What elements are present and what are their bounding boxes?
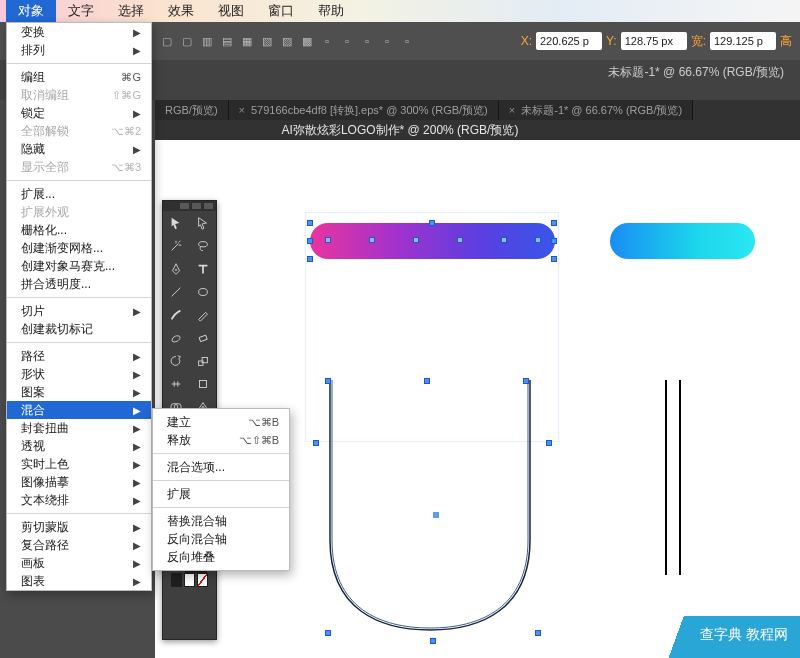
selection-handle[interactable]: [325, 630, 331, 636]
selection-handle[interactable]: [429, 220, 435, 226]
selection-handle[interactable]: [551, 220, 557, 226]
submenu-item-make[interactable]: 建立⌥⌘B: [153, 413, 289, 431]
menu-item-live-paint[interactable]: 实时上色▶: [7, 455, 151, 473]
align-icon[interactable]: ▢: [160, 34, 174, 48]
menu-object[interactable]: 对象: [6, 0, 56, 22]
document-tab[interactable]: ×579166cbe4df8 [转换].eps* @ 300% (RGB/预览): [229, 100, 499, 120]
direct-selection-tool-icon[interactable]: [190, 211, 217, 234]
menu-item-flatten[interactable]: 拼合透明度...: [7, 275, 151, 293]
align-icon[interactable]: ▥: [200, 34, 214, 48]
menu-item-hide[interactable]: 隐藏▶: [7, 140, 151, 158]
y-value[interactable]: 128.75 px: [621, 32, 687, 50]
eraser-tool-icon[interactable]: [190, 326, 217, 349]
align-icon[interactable]: ▤: [220, 34, 234, 48]
lasso-tool-icon[interactable]: [190, 234, 217, 257]
align-icon[interactable]: ▫: [320, 34, 334, 48]
menu-item-text-wrap[interactable]: 文本绕排▶: [7, 491, 151, 509]
pencil-tool-icon[interactable]: [190, 303, 217, 326]
close-icon[interactable]: ×: [239, 104, 245, 116]
canvas[interactable]: jiaocheng.chezidian.com: [155, 140, 800, 658]
submenu-item-release[interactable]: 释放⌥⇧⌘B: [153, 431, 289, 449]
menu-item-transform[interactable]: 变换▶: [7, 23, 151, 41]
menu-item-perspective[interactable]: 透视▶: [7, 437, 151, 455]
submenu-item-options[interactable]: 混合选项...: [153, 458, 289, 476]
menu-item-group[interactable]: 编组⌘G: [7, 68, 151, 86]
menu-select[interactable]: 选择: [106, 0, 156, 22]
anchor-point[interactable]: [535, 237, 541, 243]
artwork-path[interactable]: [320, 380, 540, 640]
menu-item-envelope[interactable]: 封套扭曲▶: [7, 419, 151, 437]
menu-item-crop-marks[interactable]: 创建裁切标记: [7, 320, 151, 338]
scale-tool-icon[interactable]: [190, 349, 217, 372]
menu-item-blend[interactable]: 混合▶: [7, 401, 151, 419]
magic-wand-tool-icon[interactable]: [163, 234, 190, 257]
selection-handle[interactable]: [523, 378, 529, 384]
selection-handle[interactable]: [313, 440, 319, 446]
menu-type[interactable]: 文字: [56, 0, 106, 22]
none-swatch[interactable]: [197, 573, 208, 587]
width-tool-icon[interactable]: [163, 372, 190, 395]
menu-item-shape[interactable]: 形状▶: [7, 365, 151, 383]
align-icon[interactable]: ▧: [260, 34, 274, 48]
selection-handle[interactable]: [325, 378, 331, 384]
align-icon[interactable]: ▨: [280, 34, 294, 48]
align-icon[interactable]: ▫: [380, 34, 394, 48]
submenu-item-replace-spine[interactable]: 替换混合轴: [153, 512, 289, 530]
selection-handle[interactable]: [307, 238, 313, 244]
menu-help[interactable]: 帮助: [306, 0, 356, 22]
selection-handle[interactable]: [546, 440, 552, 446]
center-point[interactable]: [433, 512, 439, 518]
menu-item-image-trace[interactable]: 图像描摹▶: [7, 473, 151, 491]
align-icon[interactable]: ▫: [360, 34, 374, 48]
menu-item-arrange[interactable]: 排列▶: [7, 41, 151, 59]
selection-tool-icon[interactable]: [163, 211, 190, 234]
menu-item-artboards[interactable]: 画板▶: [7, 554, 151, 572]
menu-item-slice[interactable]: 切片▶: [7, 302, 151, 320]
anchor-point[interactable]: [369, 237, 375, 243]
color-swatch[interactable]: [171, 573, 182, 587]
document-tab[interactable]: ×未标题-1* @ 66.67% (RGB/预览): [499, 100, 693, 120]
anchor-point[interactable]: [457, 237, 463, 243]
menu-item-expand[interactable]: 扩展...: [7, 185, 151, 203]
submenu-item-reverse-stack[interactable]: 反向堆叠: [153, 548, 289, 566]
selection-handle[interactable]: [424, 378, 430, 384]
align-icon[interactable]: ▢: [180, 34, 194, 48]
menu-item-lock[interactable]: 锁定▶: [7, 104, 151, 122]
selection-handle[interactable]: [307, 220, 313, 226]
menu-item-clipping-mask[interactable]: 剪切蒙版▶: [7, 518, 151, 536]
menu-item-path[interactable]: 路径▶: [7, 347, 151, 365]
artwork-object[interactable]: [610, 223, 755, 259]
menu-item-compound-path[interactable]: 复合路径▶: [7, 536, 151, 554]
menu-item-gradient-mesh[interactable]: 创建渐变网格...: [7, 239, 151, 257]
blob-brush-tool-icon[interactable]: [163, 326, 190, 349]
selection-handle[interactable]: [551, 256, 557, 262]
document-tab[interactable]: RGB/预览): [155, 100, 229, 120]
submenu-item-expand[interactable]: 扩展: [153, 485, 289, 503]
align-icon[interactable]: ▫: [340, 34, 354, 48]
color-swatch[interactable]: [184, 573, 195, 587]
selection-handle[interactable]: [551, 238, 557, 244]
x-value[interactable]: 220.625 p: [536, 32, 602, 50]
line-tool-icon[interactable]: [163, 280, 190, 303]
align-icon[interactable]: ▩: [300, 34, 314, 48]
w-value[interactable]: 129.125 p: [710, 32, 776, 50]
menu-item-graph[interactable]: 图表▶: [7, 572, 151, 590]
menu-view[interactable]: 视图: [206, 0, 256, 22]
menu-item-pattern[interactable]: 图案▶: [7, 383, 151, 401]
menu-window[interactable]: 窗口: [256, 0, 306, 22]
align-icon[interactable]: ▦: [240, 34, 254, 48]
shape-tool-icon[interactable]: [190, 280, 217, 303]
type-tool-icon[interactable]: [190, 257, 217, 280]
rotate-tool-icon[interactable]: [163, 349, 190, 372]
anchor-point[interactable]: [413, 237, 419, 243]
anchor-point[interactable]: [325, 237, 331, 243]
panel-header[interactable]: [163, 201, 216, 211]
artwork-object[interactable]: [679, 380, 681, 575]
menu-item-mosaic[interactable]: 创建对象马赛克...: [7, 257, 151, 275]
selection-handle[interactable]: [307, 256, 313, 262]
selection-handle[interactable]: [535, 630, 541, 636]
anchor-point[interactable]: [501, 237, 507, 243]
free-transform-tool-icon[interactable]: [190, 372, 217, 395]
brush-tool-icon[interactable]: [163, 303, 190, 326]
align-icon[interactable]: ▫: [400, 34, 414, 48]
